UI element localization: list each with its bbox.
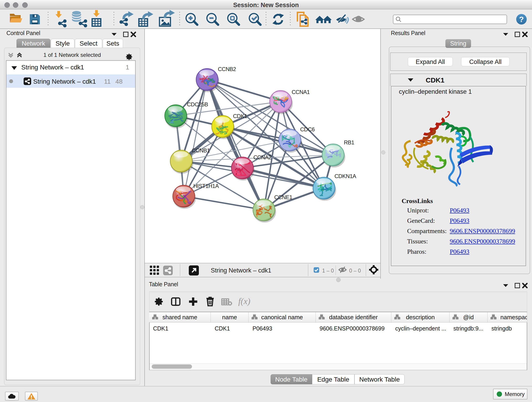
svg-text:CCNA2: CCNA2 — [253, 154, 272, 160]
svg-text:RB1: RB1 — [344, 139, 354, 146]
svg-text:HIST1H1A: HIST1H1A — [193, 183, 219, 189]
svg-text:CCNA1: CCNA1 — [292, 89, 310, 95]
svg-text:CDKN1A: CDKN1A — [335, 173, 356, 179]
svg-text:CCNE1: CCNE1 — [274, 194, 292, 200]
svg-text:CDK1: CDK1 — [233, 113, 247, 119]
svg-text:CCNB2: CCNB2 — [218, 66, 236, 72]
svg-text:CCNB1: CCNB1 — [192, 147, 210, 153]
svg-text:CDC6: CDC6 — [300, 126, 315, 133]
svg-text:CDC25B: CDC25B — [187, 101, 208, 108]
